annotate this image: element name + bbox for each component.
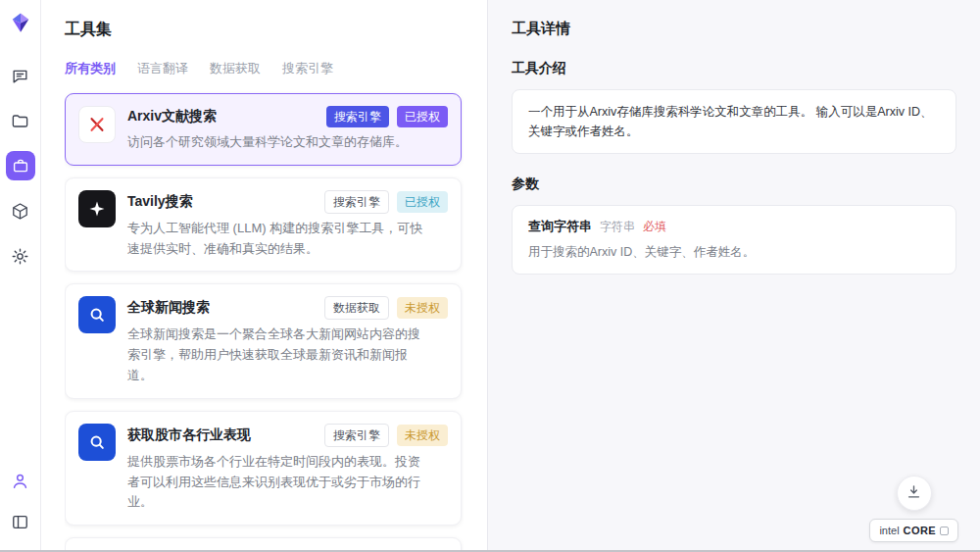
tool-name: Arxiv文献搜索 [127, 108, 318, 125]
cube-icon [11, 202, 29, 221]
intel-core-badge: intel CORE [869, 519, 958, 542]
tab-search-engine[interactable]: 搜索引擎 [282, 60, 333, 77]
category-badge: 搜索引擎 [324, 424, 389, 447]
tool-card-tavily[interactable]: Tavily搜索 搜索引擎 已授权 专为人工智能代理 (LLM) 构建的搜索引擎… [65, 177, 462, 273]
param-description: 用于搜索的Arxiv ID、关键字、作者姓名。 [528, 243, 940, 262]
download-button[interactable] [897, 476, 932, 511]
sidebar-item-models[interactable] [6, 196, 35, 226]
app-window: 工具集 所有类别 语言翻译 数据获取 搜索引擎 Arxiv文献搜索 搜索引擎 已… [0, 0, 980, 552]
detail-title: 工具详情 [512, 20, 956, 38]
category-badge: 搜索引擎 [326, 106, 389, 127]
news-search-icon [78, 296, 116, 333]
category-tabs: 所有类别 语言翻译 数据获取 搜索引擎 [65, 60, 464, 77]
param-card: 查询字符串 字符串 必填 用于搜索的Arxiv ID、关键字、作者姓名。 [512, 205, 956, 275]
tool-card-body: Tavily搜索 搜索引擎 已授权 专为人工智能代理 (LLM) 构建的搜索引擎… [127, 190, 448, 260]
intel-logo-text: intel [879, 525, 899, 536]
tool-list: Arxiv文献搜索 搜索引擎 已授权 访问各个研究领域大量科学论文和文章的存储库… [65, 91, 464, 550]
tab-language-translation[interactable]: 语言翻译 [137, 60, 188, 77]
param-required-badge: 必填 [643, 219, 666, 235]
sidebar-item-tools[interactable] [6, 151, 35, 180]
auth-badge: 未授权 [397, 297, 448, 319]
sidebar-item-profile[interactable] [6, 466, 35, 495]
intel-core-text: CORE [904, 525, 936, 536]
param-type: 字符串 [600, 219, 635, 235]
category-badge: 数据获取 [324, 296, 389, 320]
tool-name: 获取股市各行业表现 [127, 427, 317, 444]
floating-actions: intel CORE [869, 476, 958, 542]
tavily-icon [78, 190, 116, 227]
intro-text: 一个用于从Arxiv存储库搜索科学论文和文章的工具。 输入可以是Arxiv ID… [528, 102, 940, 141]
sidebar-item-collapse[interactable] [6, 507, 35, 536]
stock-sector-icon [78, 424, 116, 461]
panel-layout-icon [11, 513, 29, 531]
auth-badge: 已授权 [397, 106, 448, 127]
download-icon [906, 483, 922, 503]
category-badge: 搜索引擎 [324, 190, 389, 214]
sidebar-item-files[interactable] [6, 106, 35, 135]
tool-card-global-news[interactable]: 全球新闻搜索 数据获取 未授权 全球新闻搜索是一个聚合全球各大新闻网站内容的搜索… [65, 283, 462, 398]
tool-description: 提供股票市场各个行业在特定时间段内的表现。投资者可以利用这些信息来识别表现优于或… [127, 452, 426, 513]
tool-description: 专为人工智能代理 (LLM) 构建的搜索引擎工具，可快速提供实时、准确和真实的结… [127, 219, 426, 260]
sidebar-nav [6, 61, 35, 271]
tool-card-body: 全球新闻搜索 数据获取 未授权 全球新闻搜索是一个聚合全球各大新闻网站内容的搜索… [127, 296, 448, 385]
intro-heading: 工具介绍 [512, 60, 956, 77]
tool-list-panel: 工具集 所有类别 语言翻译 数据获取 搜索引擎 Arxiv文献搜索 搜索引擎 已… [41, 0, 488, 550]
tool-card-body: 获取股市各行业表现 搜索引擎 未授权 提供股票市场各个行业在特定时间段内的表现。… [127, 424, 448, 513]
sidebar-bottom [6, 466, 35, 536]
tab-data-fetch[interactable]: 数据获取 [210, 60, 261, 77]
folder-icon [11, 112, 29, 130]
tool-name: 全球新闻搜索 [127, 299, 317, 317]
gear-icon [11, 247, 29, 266]
sidebar [0, 0, 41, 550]
tool-description: 全球新闻搜索是一个聚合全球各大新闻网站内容的搜索引擎，帮助用户快速获取全球最新资… [127, 325, 426, 385]
arxiv-icon [78, 106, 116, 143]
tool-card-body: Arxiv文献搜索 搜索引擎 已授权 访问各个研究领域大量科学论文和文章的存储库… [127, 106, 448, 153]
user-icon [11, 472, 29, 490]
briefcase-icon [12, 157, 29, 175]
auth-badge: 已授权 [397, 191, 448, 213]
tool-detail-panel: 工具详情 工具介绍 一个用于从Arxiv存储库搜索科学论文和文章的工具。 输入可… [488, 0, 980, 550]
sidebar-item-settings[interactable] [6, 241, 35, 271]
tool-card-arxiv[interactable]: Arxiv文献搜索 搜索引擎 已授权 访问各个研究领域大量科学论文和文章的存储库… [65, 93, 462, 166]
param-name: 查询字符串 [528, 218, 592, 235]
params-heading: 参数 [512, 176, 956, 193]
tool-card-stock-sectors[interactable]: 获取股市各行业表现 搜索引擎 未授权 提供股票市场各个行业在特定时间段内的表现。… [65, 411, 462, 526]
auth-badge: 未授权 [397, 425, 448, 446]
tab-all-categories[interactable]: 所有类别 [65, 60, 116, 77]
intel-chip-mark [940, 527, 949, 535]
page-title: 工具集 [65, 20, 464, 40]
tool-card-active-stocks[interactable]: 获取市场最活跃股票信息 搜索引擎 未授权 提供当天交易量最高的股票列表，投资者可… [65, 537, 462, 550]
sidebar-item-chat[interactable] [6, 61, 35, 90]
tool-name: Tavily搜索 [127, 193, 317, 211]
tool-description: 访问各个研究领域大量科学论文和文章的存储库。 [127, 132, 426, 153]
app-logo [10, 12, 31, 33]
intro-card: 一个用于从Arxiv存储库搜索科学论文和文章的工具。 输入可以是Arxiv ID… [512, 89, 956, 154]
chat-icon [11, 67, 29, 85]
